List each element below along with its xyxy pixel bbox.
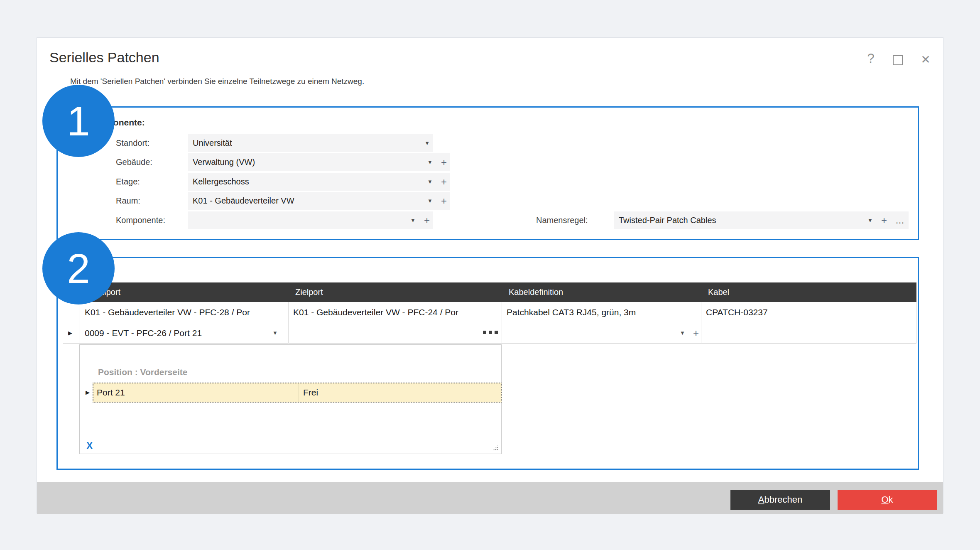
column-header-kabeldefinition[interactable]: Kabeldefinition xyxy=(509,282,563,302)
chevron-down-icon[interactable]: ▼ xyxy=(272,323,278,344)
port-list-item-selected[interactable]: Port 21 Frei xyxy=(93,383,502,403)
chevron-down-icon[interactable]: ▼ xyxy=(422,140,433,146)
close-icon[interactable]: ✕ xyxy=(917,53,934,66)
cell-kabel: CPATCH-03237 xyxy=(706,302,914,323)
row-indicator-icon: ▶ xyxy=(68,323,78,344)
raum-label: Raum: xyxy=(116,192,191,210)
cell-kabeldefinition: Patchkabel CAT3 RJ45, grün, 3m xyxy=(507,302,699,323)
add-icon[interactable]: + xyxy=(875,212,890,229)
etage-value: Kellergeschoss xyxy=(188,177,425,187)
more-options-icon[interactable]: … xyxy=(890,214,909,227)
resize-grip-icon[interactable] xyxy=(492,444,499,451)
add-icon[interactable]: + xyxy=(693,323,699,344)
etage-label: Etage: xyxy=(116,173,191,191)
row-indicator-icon: ▶ xyxy=(86,383,90,403)
dropdown-group-header: Position : Vorderseite xyxy=(98,367,188,377)
gebaeude-label: Gebäude: xyxy=(116,153,191,171)
column-header-kabel[interactable]: Kabel xyxy=(708,282,729,302)
add-icon[interactable]: + xyxy=(435,193,450,209)
step-2-badge: 2 xyxy=(42,232,115,304)
cancel-button-label: Abbrechen xyxy=(730,490,830,510)
chevron-down-icon[interactable]: ▼ xyxy=(425,198,435,204)
column-header-zielport[interactable]: Zielport xyxy=(295,282,323,302)
gebaeude-value: Verwaltung (VW) xyxy=(188,157,425,167)
raum-value: K01 - Gebäudeverteiler VW xyxy=(188,196,425,206)
standort-label: Standort: xyxy=(116,134,191,152)
chevron-down-icon[interactable]: ▼ xyxy=(425,179,435,185)
komponente-combobox[interactable]: ▼ + xyxy=(188,211,433,229)
port-status: Frei xyxy=(303,383,318,402)
standort-value: Universität xyxy=(188,138,422,148)
etage-combobox[interactable]: Kellergeschoss ▼ + xyxy=(188,173,450,191)
ok-button[interactable]: Ok xyxy=(838,490,937,510)
port-name: Port 21 xyxy=(97,383,125,402)
chevron-down-icon[interactable]: ▼ xyxy=(680,323,685,344)
grid-header-row: Quellport Zielport Kabeldefinition Kabel xyxy=(79,282,916,302)
komponente-label: Komponente: xyxy=(116,211,191,229)
raum-combobox[interactable]: K01 - Gebäudeverteiler VW ▼ + xyxy=(188,192,450,210)
cell-zielport: K01 - Gebäudeverteiler VW - PFC-24 / Por xyxy=(293,302,500,323)
dropdown-footer-divider xyxy=(80,438,501,438)
browse-ellipsis-button[interactable] xyxy=(483,331,498,334)
grid-column-divider xyxy=(502,302,502,344)
add-icon[interactable]: + xyxy=(435,174,450,190)
step-1-number: 1 xyxy=(67,97,90,145)
patch-grid: ✳ Quellport Zielport Kabeldefinition Kab… xyxy=(63,282,916,344)
edit-cell-quellport[interactable]: 0009 - EVT - PFC-26 / Port 21 xyxy=(85,323,267,344)
serielles-patchen-dialog: Serielles Patchen ? ✕ Mit dem 'Seriellen… xyxy=(37,37,943,513)
namensregel-combobox[interactable]: Twisted-Pair Patch Cables ▼ + … xyxy=(614,211,909,229)
add-icon[interactable]: + xyxy=(418,212,433,229)
maximize-icon[interactable] xyxy=(893,55,903,65)
gebaeude-combobox[interactable]: Verwaltung (VW) ▼ + xyxy=(188,153,450,171)
help-icon[interactable]: ? xyxy=(862,51,879,66)
namensregel-label: Namensregel: xyxy=(536,211,611,229)
namensregel-value: Twisted-Pair Patch Cables xyxy=(614,216,865,225)
step-1-badge: 1 xyxy=(42,85,115,157)
grid-column-divider xyxy=(701,302,701,344)
clear-filter-icon[interactable]: X xyxy=(86,440,93,452)
port-dropdown-panel: Position : Vorderseite ▶ Port 21 Frei X xyxy=(79,344,502,454)
ok-button-label: Ok xyxy=(838,490,937,510)
cancel-button[interactable]: Abbrechen xyxy=(730,490,830,510)
dropdown-column-divider xyxy=(299,383,299,402)
add-icon[interactable]: + xyxy=(435,154,450,171)
chevron-down-icon[interactable]: ▼ xyxy=(865,217,875,223)
page-title: Serielles Patchen xyxy=(49,49,159,66)
cell-quellport: K01 - Gebäudeverteiler VW - PFC-28 / Por xyxy=(85,302,287,323)
dialog-description: Mit dem 'Seriellen Patchen' verbinden Si… xyxy=(70,77,364,86)
chevron-down-icon[interactable]: ▼ xyxy=(408,217,418,223)
chevron-down-icon[interactable]: ▼ xyxy=(425,159,435,165)
step-2-number: 2 xyxy=(67,245,90,292)
standort-combobox[interactable]: Universität ▼ xyxy=(188,134,433,152)
